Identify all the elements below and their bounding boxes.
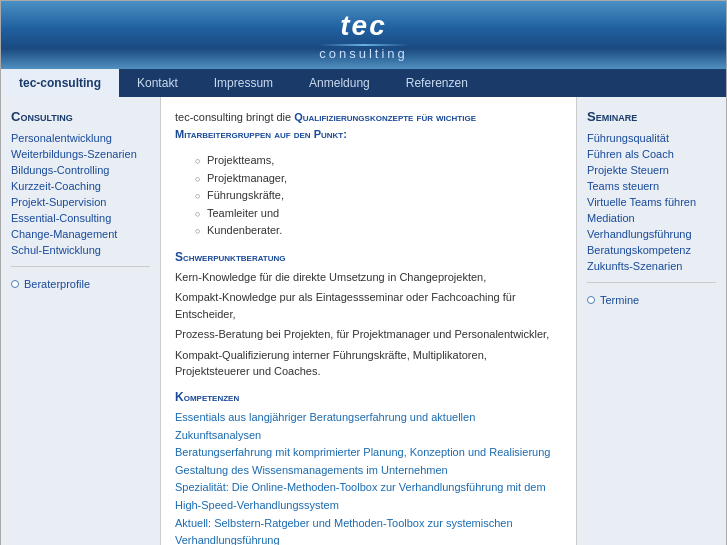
sidebar-right-links: FührungsqualitätFühren als CoachProjekte… [587, 130, 716, 274]
sidebar-right-divider [587, 282, 716, 283]
sidebar-right-link[interactable]: Teams steuern [587, 178, 716, 194]
sidebar-right-link[interactable]: Virtuelle Teams führen [587, 194, 716, 210]
sidebar-right-sub: Termine [587, 291, 716, 309]
content-area: tec-consulting bringt die Qualifizierung… [161, 97, 576, 545]
sidebar-left-link[interactable]: Personalentwicklung [11, 130, 150, 146]
sidebar-left-link[interactable]: Kurzzeit-Coaching [11, 178, 150, 194]
sidebar-right-sub-label: Termine [600, 294, 639, 306]
sidebar-right-link[interactable]: Mediation [587, 210, 716, 226]
sidebar-right-link[interactable]: Projekte Steuern [587, 162, 716, 178]
intro-bold: Mitarbeitergruppen auf den Punkt: [175, 128, 347, 140]
schwerpunkt-item: Kern-Knowledge für die direkte Umsetzung… [175, 269, 562, 286]
kompetenz-link[interactable]: Gestaltung des Wissensmanagements im Unt… [175, 462, 562, 480]
list-item: Kundenberater. [195, 222, 562, 240]
list-item: Teamleiter und [195, 205, 562, 223]
sidebar-left-link[interactable]: Change-Management [11, 226, 150, 242]
list-item: Projektmanager, [195, 170, 562, 188]
logo-tec: tec [340, 10, 386, 42]
nav-item-referenzen[interactable]: Referenzen [388, 69, 486, 97]
logo: tec consulting [319, 10, 409, 61]
sidebar-divider [11, 266, 150, 267]
sidebar-left-links: PersonalentwicklungWeiterbildungs-Szenar… [11, 130, 150, 258]
kompetenz-links: Essentials aus langjähriger Beratungserf… [175, 409, 562, 545]
sidebar-right-title: Seminare [587, 109, 716, 124]
list-item: Projektteams, [195, 152, 562, 170]
nav-item-anmeldung[interactable]: Anmeldung [291, 69, 388, 97]
sidebar-left-title: Consulting [11, 109, 150, 124]
sidebar-left-link[interactable]: Projekt-Supervision [11, 194, 150, 210]
main-content: Consulting PersonalentwicklungWeiterbild… [1, 97, 726, 545]
sidebar-right-link[interactable]: Zukunfts-Szenarien [587, 258, 716, 274]
content-list: Projektteams,Projektmanager,Führungskräf… [195, 152, 562, 240]
kompetenz-title: Kompetenzen [175, 390, 562, 404]
sidebar-right-link[interactable]: Führen als Coach [587, 146, 716, 162]
sidebar-left-link[interactable]: Bildungs-Controlling [11, 162, 150, 178]
sidebar-left: Consulting PersonalentwicklungWeiterbild… [1, 97, 161, 545]
list-item: Führungskräfte, [195, 187, 562, 205]
kompetenz-link[interactable]: Spezialität: Die Online-Methoden-Toolbox… [175, 479, 562, 514]
sidebar-left-sub-label: Beraterprofile [24, 278, 90, 290]
sidebar-right-link[interactable]: Führungsqualität [587, 130, 716, 146]
navigation: tec-consultingKontaktImpressumAnmeldungR… [1, 69, 726, 97]
sidebar-left-sub: Beraterprofile [11, 275, 150, 293]
schwerpunkt-title: Schwerpunktberatung [175, 250, 562, 264]
bullet-icon [11, 280, 19, 288]
content-intro: tec-consulting bringt die Qualifizierung… [175, 109, 562, 142]
schwerpunkt-items: Kern-Knowledge für die direkte Umsetzung… [175, 269, 562, 380]
nav-item-tec-consulting[interactable]: tec-consulting [1, 69, 119, 97]
sidebar-left-link[interactable]: Weiterbildungs-Szenarien [11, 146, 150, 162]
header: tec consulting [1, 1, 726, 69]
bullet-icon [587, 296, 595, 304]
sidebar-right-link[interactable]: Verhandlungsführung [587, 226, 716, 242]
sidebar-left-sub-item[interactable]: Beraterprofile [11, 275, 150, 293]
kompetenz-link[interactable]: Essentials aus langjähriger Beratungserf… [175, 409, 562, 444]
kompetenz-link[interactable]: Aktuell: Selbstern-Ratgeber und Methoden… [175, 515, 562, 545]
sidebar-left-link[interactable]: Schul-Entwicklung [11, 242, 150, 258]
kompetenz-link[interactable]: Beratungserfahrung mit komprimierter Pla… [175, 444, 562, 462]
schwerpunkt-item: Kompakt-Qualifizierung interner Führungs… [175, 347, 562, 380]
schwerpunkt-item: Prozess-Beratung bei Projekten, für Proj… [175, 326, 562, 343]
sidebar-left-link[interactable]: Essential-Consulting [11, 210, 150, 226]
intro-highlight: Qualifizierungskonzepte für wichtige [294, 111, 476, 123]
nav-item-impressum[interactable]: Impressum [196, 69, 291, 97]
sidebar-right-link[interactable]: Beratungskompetenz [587, 242, 716, 258]
sidebar-right: Seminare FührungsqualitätFühren als Coac… [576, 97, 726, 545]
sidebar-right-sub-item[interactable]: Termine [587, 291, 716, 309]
logo-consulting: consulting [319, 46, 408, 61]
schwerpunkt-item: Kompakt-Knowledge pur als Eintagesssemin… [175, 289, 562, 322]
intro-text1: tec-consulting bringt die [175, 111, 294, 123]
nav-item-kontakt[interactable]: Kontakt [119, 69, 196, 97]
